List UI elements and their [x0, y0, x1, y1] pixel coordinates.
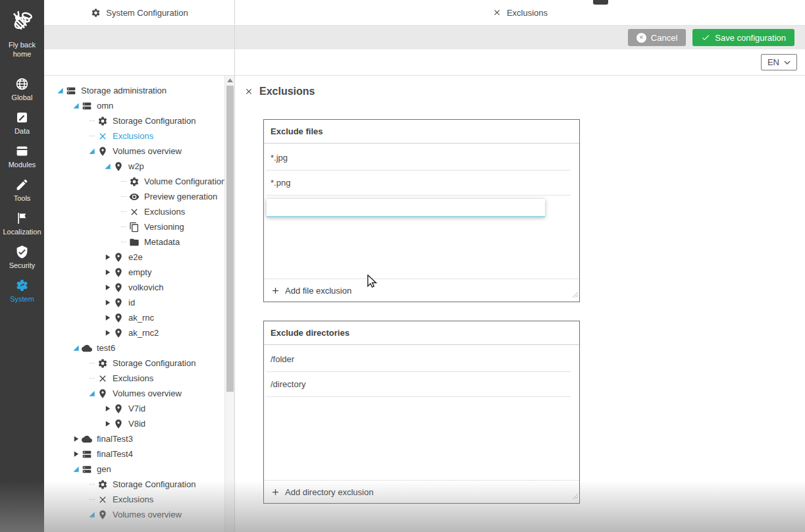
tree-connector	[86, 132, 97, 140]
exclude-files-title: Exclude files	[264, 120, 579, 144]
resize-handle[interactable]	[571, 289, 579, 301]
collapse-arrow-icon[interactable]	[102, 405, 113, 413]
collapse-arrow-icon[interactable]	[70, 450, 82, 458]
tree-item-metadata[interactable]: Metadata	[44, 234, 224, 250]
tree-connector	[118, 193, 129, 201]
cancel-button[interactable]: ✕ Cancel	[628, 29, 686, 46]
exclude-files-list: *.jpg*.png	[264, 144, 579, 279]
tree-item-empty[interactable]: empty	[44, 265, 224, 280]
tree-item-versioning[interactable]: Versioning	[44, 219, 224, 234]
gear-icon	[97, 116, 108, 126]
add-directory-exclusion-button[interactable]: Add directory exclusion	[264, 480, 579, 503]
fly-back-home-button[interactable]: Fly back home	[3, 7, 41, 59]
tree-item-e2e[interactable]: e2e	[44, 250, 224, 265]
tree-item-finaltest4[interactable]: finalTest4	[44, 446, 224, 462]
expand-arrow-icon[interactable]	[86, 390, 97, 398]
collapse-arrow-icon[interactable]	[102, 420, 113, 428]
shield-icon	[15, 245, 29, 259]
tree-item-storage-configuration[interactable]: Storage Configuration	[44, 356, 224, 371]
tree-item-exclusions[interactable]: Exclusions	[44, 204, 224, 219]
panel-divider	[234, 0, 235, 532]
tree-item-v7id[interactable]: V7id	[44, 401, 224, 416]
tree-connector	[118, 223, 129, 231]
sidebar-item-label: System	[10, 295, 34, 303]
tree-item-label: Storage Configuration	[113, 479, 195, 489]
tree-item-label: ak_rnc	[128, 313, 154, 323]
expand-arrow-icon[interactable]	[70, 466, 82, 473]
add-file-exclusion-button[interactable]: Add file exclusion	[264, 279, 579, 302]
expand-arrow-icon[interactable]	[86, 511, 97, 519]
sidebar-item-security[interactable]: Security	[0, 245, 44, 269]
expand-arrow-icon[interactable]	[86, 147, 97, 155]
collapse-arrow-icon[interactable]	[102, 329, 113, 337]
exclusion-row[interactable]: /folder	[266, 347, 571, 372]
scroll-up-arrow-icon[interactable]	[225, 76, 234, 85]
tree-item-storage-configuration[interactable]: Storage Configuration	[44, 477, 224, 492]
tree-item-volume-configuration[interactable]: Volume Configuration	[44, 174, 224, 189]
expand-arrow-icon[interactable]	[70, 102, 82, 110]
tab-exclusions[interactable]: Exclusions	[235, 0, 805, 25]
expand-arrow-icon[interactable]	[102, 163, 113, 171]
cancel-label: Cancel	[651, 33, 677, 43]
scrollbar-thumb[interactable]	[226, 86, 234, 392]
expand-arrow-icon[interactable]	[55, 87, 66, 95]
tree-item-exclusions[interactable]: Exclusions	[44, 492, 224, 507]
exclude-directories-list: /folder/directory	[264, 345, 579, 480]
tree-item-label: finalTest4	[97, 449, 133, 459]
tree-item-w2p[interactable]: w2p	[44, 159, 224, 174]
language-dropdown[interactable]: EN	[761, 54, 797, 70]
tab-system-configuration[interactable]: System Configuration	[44, 0, 235, 25]
tree-item-preview-generation[interactable]: Preview generation	[44, 189, 224, 204]
tree-item-exclusions[interactable]: Exclusions	[44, 128, 224, 144]
tree-item-exclusions[interactable]: Exclusions	[44, 371, 224, 386]
tree-item-label: V7id	[128, 404, 145, 413]
tree-item-finaltest3[interactable]: finalTest3	[44, 431, 224, 446]
exclusion-input[interactable]	[267, 199, 545, 216]
action-bar: ✕ Cancel Save configuration	[44, 26, 805, 49]
language-bar: EN	[44, 49, 805, 76]
collapse-arrow-icon[interactable]	[102, 314, 113, 322]
tree-item-label: Exclusions	[113, 373, 153, 383]
cloud-icon	[82, 434, 92, 444]
expand-arrow-icon[interactable]	[70, 344, 82, 352]
tree-item-ak-rnc[interactable]: ak_rnc	[44, 310, 224, 325]
tree-item-ak-rnc2[interactable]: ak_rnc2	[44, 325, 224, 340]
collapse-arrow-icon[interactable]	[70, 435, 82, 443]
tree-item-label: Exclusions	[144, 207, 185, 217]
sidebar-item-localization[interactable]: Localization	[0, 211, 44, 236]
sidebar-item-system[interactable]: System	[0, 279, 44, 303]
sidebar-item-modules[interactable]: Modules	[0, 144, 44, 169]
page-title-text: Exclusions	[259, 86, 315, 97]
collapse-arrow-icon[interactable]	[102, 284, 113, 292]
collapse-arrow-icon[interactable]	[102, 299, 113, 307]
tree-connector	[86, 117, 97, 125]
fly-back-home-label: Fly back home	[3, 40, 41, 59]
exclusion-row[interactable]: *.png	[266, 171, 571, 196]
close-icon	[244, 87, 253, 96]
tree-item-volumes-overview[interactable]: Volumes overview	[44, 507, 224, 522]
tree-scrollbar[interactable]	[224, 76, 234, 532]
sidebar-item-tools[interactable]: Tools	[0, 178, 44, 202]
exclusion-row[interactable]: *.jpg	[266, 146, 571, 171]
tree-item-v8id[interactable]: V8id	[44, 416, 224, 431]
resize-handle[interactable]	[571, 491, 579, 502]
sidebar-item-global[interactable]: Global	[0, 77, 44, 101]
tree-item-omn[interactable]: omn	[44, 98, 224, 113]
tree-item-storage-administration[interactable]: Storage administration	[44, 83, 224, 98]
tree-item-storage-configuration[interactable]: Storage Configuration	[44, 113, 224, 128]
tree-item-volumes-overview[interactable]: Volumes overview	[44, 144, 224, 159]
tree-item-test6[interactable]: test6	[44, 340, 224, 356]
collapse-arrow-icon[interactable]	[102, 269, 113, 277]
collapse-arrow-icon[interactable]	[102, 253, 113, 261]
tree-item-label: id	[128, 298, 135, 307]
tree-item-volumes-overview[interactable]: Volumes overview	[44, 386, 224, 401]
save-configuration-button[interactable]: Save configuration	[692, 29, 794, 46]
exclusion-row[interactable]: /directory	[266, 372, 571, 397]
sidebar-item-data[interactable]: Data	[0, 111, 44, 135]
tree-item-gen[interactable]: gen	[44, 462, 224, 477]
tree-item-volkovich[interactable]: volkovich	[44, 280, 224, 295]
tree-connector	[86, 481, 97, 489]
tree-connector	[118, 178, 129, 186]
sidebar-item-label: Global	[12, 93, 33, 101]
tree-item-id[interactable]: id	[44, 295, 224, 310]
